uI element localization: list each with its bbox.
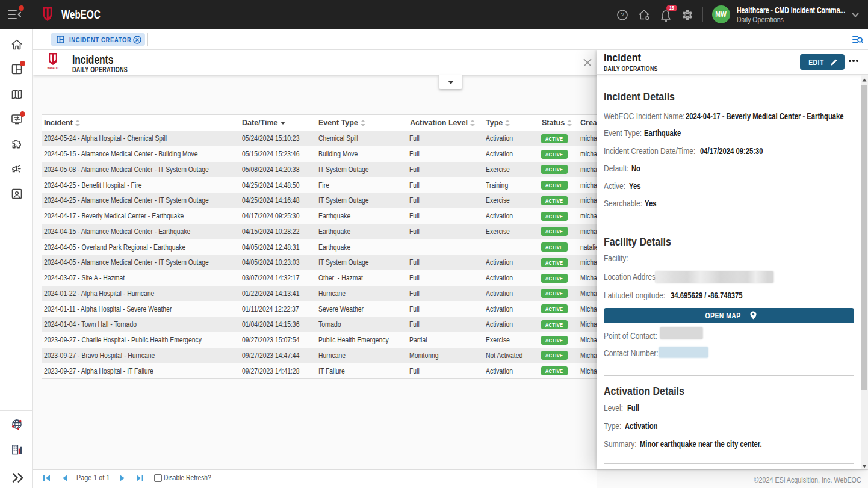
svg-text:?: ? <box>621 11 624 19</box>
